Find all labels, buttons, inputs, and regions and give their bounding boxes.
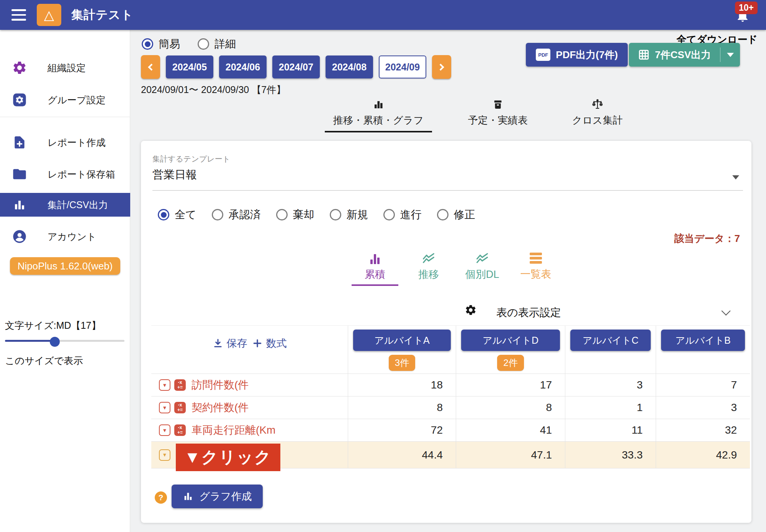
menu-icon[interactable]: [11, 9, 26, 21]
file-plus-icon: [11, 134, 28, 150]
month-button[interactable]: 2024/05: [166, 55, 213, 78]
radio-icon[interactable]: [383, 209, 395, 220]
calculator-icon[interactable]: -x+=: [174, 402, 186, 413]
font-size-slider[interactable]: [5, 337, 124, 344]
prev-month-button[interactable]: [141, 55, 160, 79]
chevron-down-icon[interactable]: [721, 306, 730, 315]
sidebar-item-report-box[interactable]: レポート保存箱: [0, 162, 130, 186]
matching-data-count: 該当データ：7: [674, 232, 740, 245]
table-cell: 41: [456, 419, 565, 441]
radio-icon[interactable]: [276, 209, 288, 220]
column-header-button[interactable]: アルバイトD: [461, 330, 560, 351]
table-cell: 3: [656, 397, 750, 419]
status-option-in-progress[interactable]: 進行: [383, 207, 422, 222]
next-month-button[interactable]: [432, 55, 451, 79]
slider-thumb[interactable]: [50, 337, 60, 347]
csv-dropdown-button[interactable]: [720, 47, 740, 62]
status-option-new[interactable]: 新規: [330, 207, 368, 222]
table-cell: 17: [456, 374, 565, 396]
radio-icon[interactable]: [212, 209, 223, 220]
column-header-button[interactable]: アルバイトA: [353, 330, 451, 351]
sidebar-item-group-settings[interactable]: グループ設定: [0, 88, 130, 112]
template-select-value: 営業日報: [152, 167, 743, 183]
month-pager: 2024/05 2024/06 2024/07 2024/08 2024/09: [141, 55, 451, 79]
template-select[interactable]: 集計するテンプレート 営業日報: [152, 154, 743, 191]
status-option-approved[interactable]: 承認済: [212, 207, 261, 222]
sidebar-item-aggregate-csv[interactable]: 集計/CSV出力: [0, 193, 130, 217]
table-row: ▼ -x+= 訪問件数(件 18 17 3 7: [151, 374, 750, 397]
sidebar-item-org-settings[interactable]: 組織設定: [0, 56, 130, 80]
status-option-rejected[interactable]: 棄却: [276, 207, 314, 222]
radio-icon[interactable]: [330, 209, 341, 220]
subtab-cumulative[interactable]: 累積: [352, 253, 398, 286]
mode-option-detail[interactable]: 詳細: [198, 37, 236, 51]
save-button[interactable]: 保存: [213, 336, 247, 350]
status-option-all[interactable]: 全て: [158, 207, 196, 222]
table-cell: 18: [348, 374, 456, 396]
table-row: ▼ -x+= 契約件数(件 8 8 1 3: [151, 397, 750, 419]
month-button-selected[interactable]: 2024/09: [379, 55, 426, 78]
pdf-export-button[interactable]: PDF PDF出力(7件): [526, 43, 628, 67]
main-content: 簡易 詳細 全てダウンロード PDF PDF出力(7件) 7件CSV出力 202…: [130, 30, 766, 532]
table-cell: 8: [348, 397, 456, 419]
tab-trend-cumulative-graph[interactable]: 推移・累積・グラフ: [325, 99, 432, 132]
table-display-settings[interactable]: 表の表示設定: [141, 301, 751, 324]
table-corner-cell: 保存 数式: [151, 326, 348, 374]
caret-down-icon: [732, 175, 739, 180]
radio-selected-icon[interactable]: [158, 209, 169, 220]
tab-cross-tab[interactable]: クロス集計: [564, 99, 631, 132]
mode-option-simple[interactable]: 簡易: [142, 37, 180, 51]
sidebar-item-label: アカウント: [47, 230, 97, 243]
month-button[interactable]: 2024/06: [219, 55, 267, 78]
row-header-cell: ▼ -x+= 訪問件数(件: [151, 374, 348, 396]
calculator-icon[interactable]: -x+=: [174, 424, 186, 436]
gear-icon: [465, 304, 477, 318]
formula-button[interactable]: 数式: [252, 336, 287, 350]
radio-selected-icon[interactable]: [142, 38, 153, 50]
row-dropdown-icon[interactable]: ▼: [159, 449, 170, 461]
mode-option-label: 簡易: [159, 37, 180, 51]
status-option-label: 全て: [175, 207, 196, 222]
create-graph-button[interactable]: グラフ作成: [172, 485, 263, 508]
help-icon[interactable]: ?: [155, 491, 167, 504]
calculator-icon[interactable]: -x+=: [174, 379, 186, 391]
chevron-left-icon: [148, 64, 155, 70]
status-option-revised[interactable]: 修正: [437, 207, 475, 222]
row-dropdown-icon[interactable]: ▼: [159, 424, 170, 436]
column-header: アルバイトC: [565, 326, 656, 374]
tab-plan-actual[interactable]: 予定・実績表: [460, 99, 536, 132]
subtab-individual-dl[interactable]: 個別DL: [459, 253, 506, 286]
plus-icon: [252, 338, 263, 349]
sidebar-item-label: 集計/CSV出力: [47, 199, 108, 211]
column-header-button[interactable]: アルバイトB: [661, 330, 745, 351]
month-button[interactable]: 2024/07: [272, 55, 320, 78]
sidebar-item-account[interactable]: アカウント: [0, 225, 130, 248]
csv-export-label: 7件CSV出力: [655, 48, 711, 62]
row-label: 訪問件数(件: [192, 378, 249, 392]
app-bar: △ 集計テスト 10+: [0, 0, 766, 30]
table-header-row: 保存 数式 アルバイトA 3件 アルバイトD 2件 アルバイトC: [151, 326, 750, 374]
month-button[interactable]: 2024/08: [326, 55, 373, 78]
app-logo-icon[interactable]: △: [37, 4, 61, 26]
sidebar-item-report-create[interactable]: レポート作成: [0, 131, 130, 154]
subtab-label: 推移: [418, 268, 439, 281]
row-dropdown-icon[interactable]: ▼: [159, 402, 170, 413]
radio-icon[interactable]: [437, 209, 448, 220]
subtab-label: 一覧表: [520, 267, 552, 281]
date-range-label: 2024/09/01〜 2024/09/30 【7件】: [141, 83, 286, 96]
table-cell: 3: [565, 374, 656, 396]
column-header: アルバイトA 3件: [348, 326, 456, 374]
subtab-trend[interactable]: 推移: [405, 253, 452, 286]
row-dropdown-icon[interactable]: ▼: [159, 379, 170, 391]
csv-export-button[interactable]: 7件CSV出力: [629, 43, 740, 67]
version-button[interactable]: NipoPlus 1.62.0(web): [10, 257, 120, 275]
tab-label: 推移・累積・グラフ: [333, 114, 424, 127]
table-cell: 44.4: [348, 442, 456, 468]
column-header-button[interactable]: アルバイトC: [570, 330, 651, 351]
radio-icon[interactable]: [198, 38, 209, 50]
table-cell: 32: [656, 419, 750, 441]
subtab-label: 個別DL: [465, 268, 499, 281]
row-header-cell: ▼ ▼クリック: [151, 442, 348, 468]
subtab-list-table[interactable]: 一覧表: [512, 253, 559, 286]
click-here-callout[interactable]: ▼クリック: [176, 444, 280, 471]
